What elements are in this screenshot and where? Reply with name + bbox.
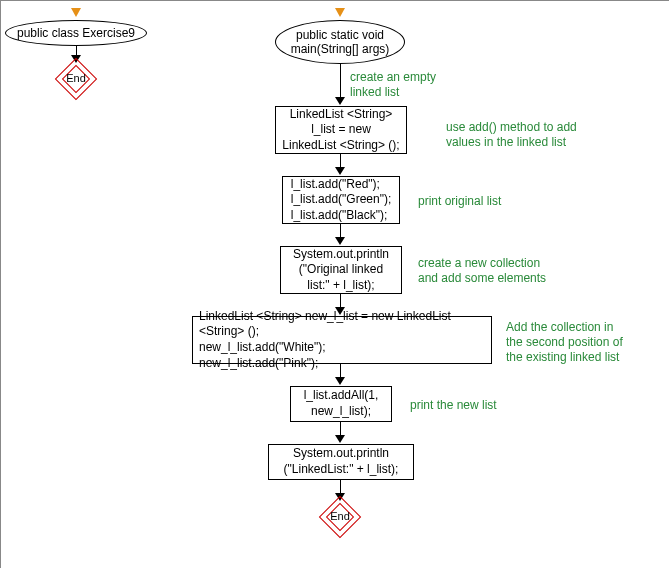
step-6-text: System.out.println ("LinkedList:" + l_li… xyxy=(284,446,399,477)
step-2-text: l_list.add("Red"); l_list.add("Green"); … xyxy=(291,177,392,224)
comment-6: print the new list xyxy=(410,398,497,413)
comment-1: create an empty linked list xyxy=(350,70,436,100)
step-3-text: System.out.println ("Original linked lis… xyxy=(293,247,389,294)
conn-r6 xyxy=(340,422,341,436)
conn-r5 xyxy=(340,364,341,378)
step-5-text: l_list.addAll(1, new_l_list); xyxy=(304,388,379,419)
comment-2-leader xyxy=(407,130,443,131)
comment-3: print original list xyxy=(418,194,501,209)
conn-r6-arrow xyxy=(335,435,345,443)
step-4: LinkedList <String> new_l_list = new Lin… xyxy=(192,316,492,364)
conn-r3 xyxy=(340,224,341,238)
conn-r3-arrow xyxy=(335,237,345,245)
conn-r2 xyxy=(340,154,341,168)
comment-4: create a new collection and add some ele… xyxy=(418,256,546,286)
end-label-left: End xyxy=(61,72,91,84)
comment-5: Add the collection in the second positio… xyxy=(506,320,623,365)
step-4-text: LinkedList <String> new_l_list = new Lin… xyxy=(199,309,485,371)
comment-2: use add() method to add values in the li… xyxy=(446,120,577,150)
step-1: LinkedList <String> l_list = new LinkedL… xyxy=(275,106,407,154)
conn-r1 xyxy=(340,64,341,98)
conn-r4 xyxy=(340,294,341,308)
end-node-left: End xyxy=(61,64,91,94)
class-decl-text: public class Exercise9 xyxy=(17,26,135,40)
conn-r7 xyxy=(340,480,341,494)
end-node-right: End xyxy=(325,502,355,532)
step-3: System.out.println ("Original linked lis… xyxy=(280,246,402,294)
step-6: System.out.println ("LinkedList:" + l_li… xyxy=(268,444,414,480)
method-decl-text: public static void main(String[] args) xyxy=(291,28,390,57)
method-decl-node: public static void main(String[] args) xyxy=(275,20,405,64)
entry-arrow-right xyxy=(335,8,345,17)
conn-r5-arrow xyxy=(335,377,345,385)
class-decl-node: public class Exercise9 xyxy=(5,20,147,46)
conn-r2-arrow xyxy=(335,167,345,175)
end-label-right: End xyxy=(325,510,355,522)
step-5: l_list.addAll(1, new_l_list); xyxy=(290,386,392,422)
step-1-text: LinkedList <String> l_list = new LinkedL… xyxy=(282,107,399,154)
entry-arrow-left xyxy=(71,8,81,17)
conn-r1-arrow xyxy=(335,97,345,105)
step-2: l_list.add("Red"); l_list.add("Green"); … xyxy=(282,176,400,224)
